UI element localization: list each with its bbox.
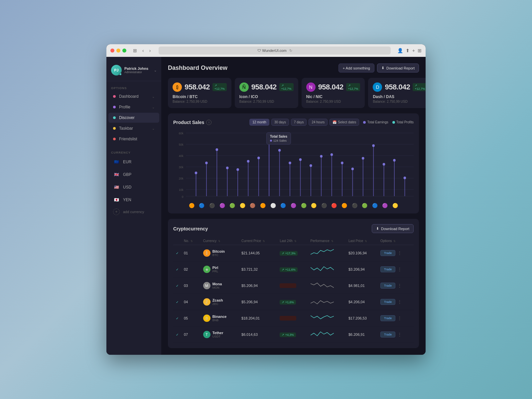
row-check: ✓ bbox=[176, 251, 179, 255]
trade-button[interactable]: Trade bbox=[380, 332, 395, 337]
trade-button[interactable]: Trade bbox=[380, 266, 395, 272]
perf-chart bbox=[311, 297, 334, 307]
x-icon-4: 🟣 bbox=[219, 203, 225, 208]
back-button[interactable]: ‹ bbox=[141, 47, 145, 54]
new-tab-icon[interactable]: + bbox=[412, 48, 415, 53]
chart-filters: 12 month 30 days 7 days 24 hours 📅 Selec… bbox=[249, 119, 359, 126]
perf-chart bbox=[311, 264, 334, 274]
row-options-icon[interactable]: ⋮ bbox=[397, 267, 402, 272]
profile-dot bbox=[113, 106, 116, 108]
sidebar-label-usd: USD bbox=[123, 185, 155, 190]
x-icon-6: 🟡 bbox=[240, 203, 245, 208]
forward-button[interactable]: › bbox=[148, 47, 152, 54]
nic-name: Nic / NIC bbox=[306, 94, 360, 99]
close-button[interactable] bbox=[110, 49, 114, 53]
sidebar-label-yen: YEN bbox=[123, 198, 155, 202]
minimize-button[interactable] bbox=[116, 49, 120, 53]
table-row: ✓ 03 M Mona MON bbox=[173, 278, 414, 294]
x-icon-20: 🟣 bbox=[382, 203, 388, 208]
das-balance: Balance: 2.750,99 USD bbox=[373, 100, 426, 103]
svg-text:30k: 30k bbox=[179, 166, 184, 169]
chart-info-icon[interactable]: i bbox=[206, 120, 211, 125]
svg-point-43 bbox=[341, 162, 343, 164]
change-badge: ↗ +4,3% bbox=[280, 332, 296, 337]
svg-point-23 bbox=[236, 168, 239, 171]
svg-point-21 bbox=[226, 167, 229, 169]
crypto-table: No. ⇅ Currency ⇅ Current Price ⇅ Last 24… bbox=[173, 237, 414, 343]
ico-badge: ↗ +12,7% bbox=[279, 83, 294, 91]
eur-flag: 🇪🇺 bbox=[113, 159, 120, 165]
user-profile[interactable]: PJ Patrick Johns Administrator ⌄ bbox=[106, 62, 161, 81]
row-check: ✓ bbox=[176, 268, 179, 271]
main-header: Dashboard Overview + Add something ⬇ Dow… bbox=[168, 64, 419, 72]
filter-select-dates[interactable]: 📅 Select dates bbox=[330, 119, 359, 126]
row-num: 01 bbox=[181, 245, 200, 261]
btc-badge: ↗ +12,7% bbox=[212, 83, 227, 91]
sidebar-item-gbp[interactable]: 🇬🇧 GBP bbox=[108, 169, 159, 181]
x-icon-9: ⚪ bbox=[270, 203, 276, 208]
crypto-card-das: D 958.042 ↗ +12,7% Dash / DAS Balance: 2… bbox=[368, 78, 426, 108]
chart-header: Product Sales i 12 month 30 days 7 days … bbox=[173, 119, 414, 126]
coin-name: Tether bbox=[212, 331, 223, 335]
svg-point-37 bbox=[310, 164, 312, 167]
share-icon[interactable]: ⬆ bbox=[406, 48, 410, 53]
filter-12month[interactable]: 12 month bbox=[249, 119, 269, 126]
sidebar-item-dashboard[interactable]: Dashboard ⌄ bbox=[108, 91, 159, 101]
person-icon[interactable]: 👤 bbox=[397, 48, 403, 53]
row-num: 03 bbox=[181, 278, 200, 294]
col-options: Options ⇅ bbox=[378, 237, 414, 245]
x-icon-btc: 🟠 bbox=[189, 203, 195, 208]
address-bar[interactable]: 🛡 WunderUI.com ↻ bbox=[159, 47, 390, 55]
filter-24hours[interactable]: 24 hours bbox=[309, 119, 328, 126]
change-badge: ↗ +17,3% bbox=[280, 251, 297, 256]
row-check: ✓ bbox=[176, 333, 179, 336]
add-something-button[interactable]: + Add something bbox=[338, 64, 374, 72]
coin-cell: Z Zcash ZEC bbox=[203, 298, 236, 306]
last-price: $20.106,94 bbox=[346, 245, 378, 261]
download-report-button[interactable]: ⬇ Download Report bbox=[377, 64, 419, 72]
trade-button[interactable]: Trade bbox=[380, 283, 395, 289]
user-name: Patrick Johns bbox=[124, 66, 151, 70]
last-price: $17.206,53 bbox=[346, 310, 378, 327]
trade-button[interactable]: Trade bbox=[380, 299, 395, 305]
sidebar-label-discover: Discover bbox=[119, 115, 155, 120]
usdt-row-icon: T bbox=[203, 331, 210, 338]
sidebar-item-usd[interactable]: 🇺🇸 USD bbox=[108, 181, 159, 193]
add-currency-item[interactable]: + add currency bbox=[108, 206, 159, 217]
table-download-btn[interactable]: ⬇ Download Report bbox=[372, 224, 414, 233]
friendslist-dot bbox=[113, 138, 116, 140]
col-currency: Currency ⇅ bbox=[200, 237, 239, 245]
sidebar-toggle-button[interactable]: ⊞ bbox=[132, 47, 138, 54]
row-options-icon[interactable]: ⋮ bbox=[397, 332, 402, 337]
row-options-icon[interactable]: ⋮ bbox=[397, 316, 402, 321]
grid-icon[interactable]: ⊞ bbox=[418, 48, 422, 53]
row-options-icon[interactable]: ⋮ bbox=[397, 250, 402, 256]
btc-row-icon: ₿ bbox=[203, 249, 210, 257]
coin-name: Mona bbox=[212, 282, 222, 286]
trade-button[interactable]: Trade bbox=[380, 315, 395, 321]
filter-30days[interactable]: 30 days bbox=[271, 119, 289, 126]
coin-symbol: PRL bbox=[212, 270, 218, 273]
sidebar-label-taskbar: Taskbar bbox=[119, 126, 149, 131]
sidebar-item-discover[interactable]: Discover bbox=[108, 113, 159, 123]
sidebar-item-eur[interactable]: 🇪🇺 EUR bbox=[108, 156, 159, 168]
sidebar-item-profile[interactable]: Profile ⌄ bbox=[108, 102, 159, 112]
change-badge: ↗ +1,6% bbox=[280, 300, 296, 305]
table-section: Cryptocurrency ⬇ Download Report No. ⇅ C… bbox=[168, 219, 419, 348]
sidebar-item-taskbar[interactable]: Taskbar ⌄ bbox=[108, 123, 159, 133]
col-check bbox=[173, 237, 181, 245]
coin-symbol: BTC bbox=[212, 253, 225, 257]
add-currency-icon: + bbox=[113, 208, 120, 215]
row-options-icon[interactable]: ⋮ bbox=[397, 283, 402, 288]
filter-7days[interactable]: 7 days bbox=[291, 119, 307, 126]
trade-button[interactable]: Trade bbox=[380, 250, 395, 256]
das-icon: D bbox=[373, 82, 382, 92]
row-options-icon[interactable]: ⋮ bbox=[397, 299, 402, 305]
maximize-button[interactable] bbox=[122, 49, 126, 53]
discover-dot bbox=[113, 116, 116, 119]
sidebar-item-friendslist[interactable]: Friendslist bbox=[108, 134, 159, 144]
sidebar-item-yen[interactable]: 🇯🇵 YEN bbox=[108, 194, 159, 206]
browser-actions: 👤 ⬆ + ⊞ bbox=[397, 48, 422, 53]
svg-point-29 bbox=[267, 141, 271, 145]
svg-point-55 bbox=[404, 177, 406, 179]
